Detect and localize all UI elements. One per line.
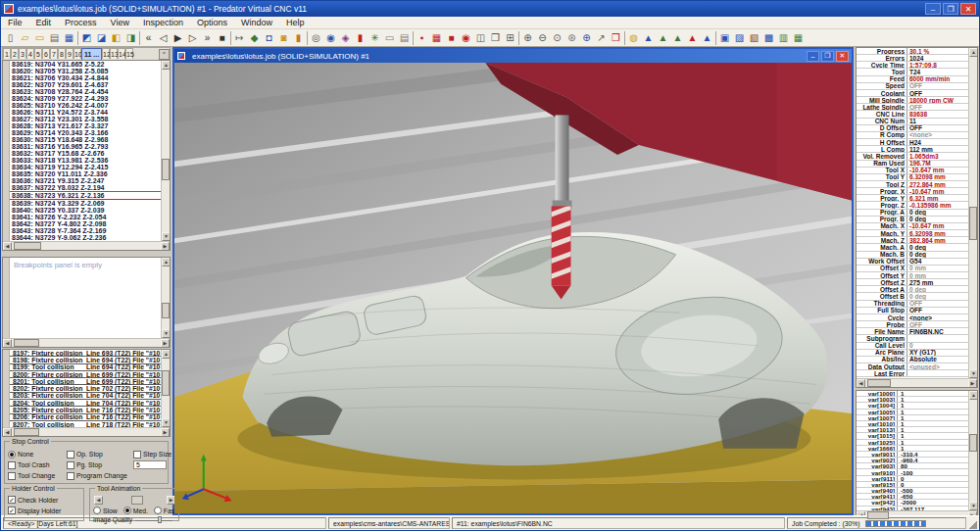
gcode-vscrollbar[interactable]: ▲ ▼ xyxy=(161,61,170,241)
nc-file-tab[interactable]: 4 xyxy=(26,48,34,59)
gcode-line[interactable]: 83639: N3724 Y3.329 Z-2.069 xyxy=(10,200,161,207)
gcode-line[interactable]: 83637: N3722 Y8.032 Z-2.194 xyxy=(10,184,161,192)
iso-view-5-icon[interactable]: ▥ xyxy=(776,30,791,45)
gcode-line[interactable]: 83632: N3717 Y15.68 Z-2.676 xyxy=(10,150,161,157)
sim-stock-icon[interactable]: ◨ xyxy=(123,30,138,45)
nc-file-tab[interactable]: 6 xyxy=(42,48,50,59)
scroll-left-arrow[interactable]: ◀ xyxy=(3,339,12,348)
light-icon[interactable]: ◍ xyxy=(626,30,641,45)
zoom-out-icon[interactable]: ⊖ xyxy=(535,30,550,45)
variables-hscrollbar[interactable]: ◀ ▶ xyxy=(857,510,977,519)
op-stop-checkbox[interactable]: Op. Stop xyxy=(67,451,133,459)
step-size-input[interactable] xyxy=(133,460,167,469)
scroll-right-arrow[interactable]: ▶ xyxy=(161,428,170,437)
view-front-icon[interactable]: ▲ xyxy=(656,30,670,45)
child-maximize-button[interactable]: ❐ xyxy=(821,51,834,62)
iso-view-6-icon[interactable]: ▦ xyxy=(791,30,806,45)
window-tile-icon[interactable]: ◫ xyxy=(473,30,488,45)
gcode-line[interactable]: 83623: N3708 Y28.764 Z-4.454 xyxy=(10,88,161,95)
inspect-rotate-icon[interactable]: ◉ xyxy=(323,30,338,45)
stop-icon[interactable]: ■ xyxy=(215,30,229,45)
menu-item[interactable]: Help xyxy=(279,17,312,28)
zoom-extents-icon[interactable]: ⊛ xyxy=(564,30,579,45)
iso-view-1-icon[interactable]: ▣ xyxy=(717,30,732,45)
check-holder-checkbox[interactable]: Check Holder xyxy=(8,496,81,504)
nc-file-tab[interactable]: 5 xyxy=(34,48,42,59)
gcode-line[interactable]: 83638: N3723 Y6.321 Z-2.136 xyxy=(10,192,161,200)
nc-file-tab[interactable]: 12 xyxy=(102,48,110,59)
iso-view-4-icon[interactable]: ▩ xyxy=(761,30,776,45)
print-icon[interactable]: ▤ xyxy=(47,30,62,45)
menu-item[interactable]: Edit xyxy=(29,17,59,28)
compare-icon[interactable]: ✳ xyxy=(368,30,382,45)
gcode-line[interactable]: 83640: N3725 Y0.337 Z-2.039 xyxy=(10,207,161,214)
tool-crash-checkbox[interactable]: Tool Crash xyxy=(8,461,67,469)
tool-list-icon[interactable]: ◘ xyxy=(262,30,276,45)
measure-icon[interactable]: ◈ xyxy=(338,30,353,45)
resize-grip[interactable] xyxy=(968,520,977,529)
gcode-line[interactable]: 83622: N3707 Y29.601 Z-4.637 xyxy=(10,81,161,88)
sim-machine-icon[interactable]: ◧ xyxy=(109,30,123,45)
gcode-line[interactable]: 83625: N3710 Y26.242 Z-4.007 xyxy=(10,102,161,109)
gcode-hscrollbar[interactable]: ◀ ▶ xyxy=(3,241,170,250)
menu-item[interactable]: Options xyxy=(190,17,234,28)
rewind-icon[interactable]: « xyxy=(141,30,156,45)
scroll-right-arrow[interactable]: ▶ xyxy=(161,242,170,251)
gcode-line[interactable]: 83643: N3728 Y-7.364 Z-2.169 xyxy=(10,227,161,234)
nc-file-tab[interactable]: 8 xyxy=(58,48,66,59)
menu-item[interactable]: Inspection xyxy=(136,17,190,28)
status-vscrollbar[interactable]: ▲ ▼ xyxy=(968,48,977,378)
collisions-gutter[interactable] xyxy=(3,350,10,427)
breakpoint-icon[interactable]: ▪ xyxy=(415,30,429,45)
breakpoints-gutter[interactable] xyxy=(3,258,10,338)
child-minimize-button[interactable]: – xyxy=(807,51,819,62)
gcode-list[interactable]: 83619: N3704 Y31.665 Z-5.2283620: N3705 … xyxy=(10,61,161,241)
gcode-line[interactable]: 83629: N3714 Y20.343 Z-3.166 xyxy=(10,129,161,136)
breakpoints-vscrollbar[interactable]: ▲ ▼ xyxy=(161,258,170,338)
scroll-down-arrow[interactable]: ▼ xyxy=(162,232,171,241)
save-icon[interactable]: ▦ xyxy=(62,30,76,45)
menu-item[interactable]: Process xyxy=(58,17,104,28)
play-icon[interactable]: ▶ xyxy=(171,30,185,45)
scroll-down-arrow[interactable]: ▼ xyxy=(162,418,171,427)
scroll-left-arrow[interactable]: ◀ xyxy=(3,242,12,251)
breakpoints-list[interactable]: Breakpoints panel is empty xyxy=(10,258,161,338)
nc-file-tab[interactable]: 3 xyxy=(19,48,26,59)
gcode-line[interactable]: 83641: N3726 Y-2.232 Z-2.054 xyxy=(10,214,161,220)
child-close-button[interactable]: ✕ xyxy=(836,51,849,62)
step-back-icon[interactable]: ◁ xyxy=(156,30,171,45)
scroll-left-arrow[interactable]: ◀ xyxy=(857,379,865,388)
report-icon[interactable]: ▤ xyxy=(397,30,412,45)
section-icon[interactable]: ▭ xyxy=(382,30,397,45)
3d-viewport[interactable] xyxy=(174,63,852,513)
nc-file-tab[interactable]: 7 xyxy=(50,48,58,59)
stock-setup-icon[interactable]: ▮ xyxy=(291,30,306,45)
fast-forward-icon[interactable]: » xyxy=(200,30,215,45)
program-change-checkbox[interactable]: Program Change xyxy=(67,472,172,480)
collision-list-icon[interactable]: ▦ xyxy=(429,30,444,45)
maximize-button[interactable]: ❐ xyxy=(943,3,958,15)
variables-vscrollbar[interactable]: ▲ ▼ xyxy=(968,391,977,510)
collisions-vscrollbar[interactable]: ▲ ▼ xyxy=(161,350,170,427)
stop-none-radio[interactable]: None xyxy=(8,451,67,459)
speed-fast-radio[interactable]: Fast xyxy=(154,507,176,514)
tool-edit-icon[interactable]: ◙ xyxy=(276,30,291,45)
scroll-down-arrow[interactable]: ▼ xyxy=(969,369,978,378)
step-size-checkbox[interactable]: Step Size xyxy=(133,451,172,459)
minimize-button[interactable]: – xyxy=(925,3,941,15)
gcode-line[interactable]: 83621: N3706 Y30.434 Z-4.844 xyxy=(10,74,161,81)
zoom-window-icon[interactable]: ⊙ xyxy=(550,30,564,45)
open-file-icon[interactable]: ▱ xyxy=(18,30,32,45)
slider-left-arrow[interactable]: ◀ xyxy=(94,496,103,505)
gcode-line[interactable]: 83636: N3721 Y9.315 Z-2.247 xyxy=(10,177,161,184)
target-icon[interactable]: ◉ xyxy=(459,30,473,45)
gcode-line[interactable]: 83627: N3712 Y23.301 Z-3.558 xyxy=(10,116,161,122)
scroll-down-arrow[interactable]: ▼ xyxy=(162,329,171,338)
menu-item[interactable]: File xyxy=(1,17,29,28)
scroll-up-arrow[interactable]: ▲ xyxy=(162,258,171,266)
tab-scroll-up-button[interactable]: ^ xyxy=(159,49,170,60)
close-button[interactable]: ✕ xyxy=(960,3,976,15)
scroll-down-arrow[interactable]: ▼ xyxy=(969,502,978,510)
scroll-up-arrow[interactable]: ▲ xyxy=(969,391,978,400)
status-hscrollbar[interactable]: ◀ ▶ xyxy=(857,378,977,387)
